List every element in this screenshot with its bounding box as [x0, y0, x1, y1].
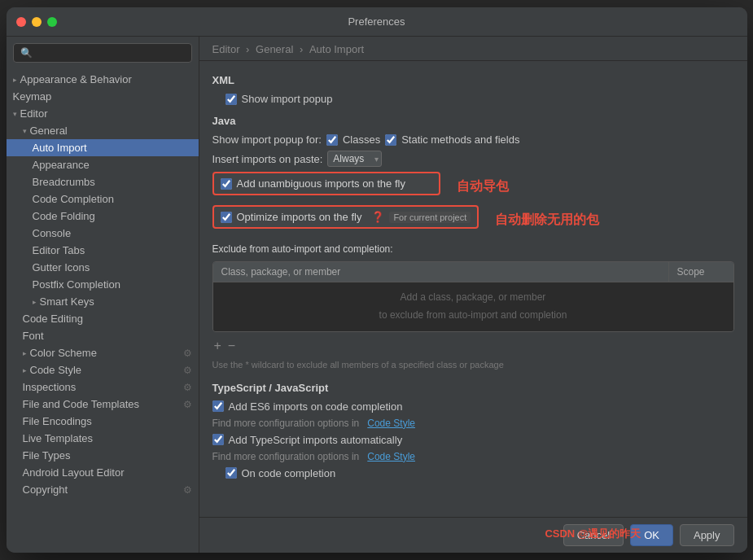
exclude-section: Exclude from auto-import and completion:… — [212, 243, 734, 372]
arrow-icon — [33, 298, 37, 306]
close-button[interactable] — [16, 17, 26, 27]
sidebar-label: Code Editing — [23, 313, 83, 325]
sidebar-item-editor-tabs[interactable]: Editor Tabs — [7, 242, 199, 259]
sidebar-item-appearance-behavior[interactable]: Appearance & Behavior — [7, 71, 199, 88]
help-circle-icon: ❓ — [371, 211, 384, 223]
for-current-project-badge: For current project — [389, 212, 471, 223]
add-unambiguous-checkbox[interactable] — [221, 178, 232, 190]
col-scope: Scope — [668, 262, 733, 282]
sidebar-label: Gutter Icons — [33, 261, 90, 273]
sidebar-label: Auto Import — [33, 142, 87, 154]
sidebar-item-inspections[interactable]: Inspections ⚙ — [7, 378, 199, 396]
arrow-icon — [13, 76, 17, 84]
sidebar-item-code-folding[interactable]: Code Folding — [7, 208, 199, 225]
table-empty-message: Add a class, package, or member to exclu… — [379, 289, 567, 324]
ts-section-title: TypeScript / JavaScript — [212, 382, 734, 394]
ts-find-more-text: Find more configuration options in — [212, 418, 360, 429]
exclude-section-title: Exclude from auto-import and completion: — [212, 243, 734, 255]
ts-es6-checkbox[interactable] — [212, 400, 224, 412]
arrow-icon — [23, 366, 27, 374]
sidebar-item-code-style[interactable]: Code Style ⚙ — [7, 361, 199, 378]
sidebar-label: Appearance & Behavior — [20, 73, 132, 85]
table-actions: + − — [212, 339, 734, 353]
minimize-button[interactable] — [32, 17, 42, 27]
sidebar-item-file-types[interactable]: File Types — [7, 447, 199, 464]
sidebar-item-code-editing[interactable]: Code Editing — [7, 310, 199, 327]
typescript-section: TypeScript / JavaScript Add ES6 imports … — [212, 382, 734, 479]
sidebar-label: Editor Tabs — [33, 244, 85, 256]
static-methods-label: Static methods and fields — [401, 133, 519, 146]
sidebar-item-copyright[interactable]: Copyright ⚙ — [7, 481, 199, 498]
gear-icon: ⚙ — [183, 399, 192, 410]
right-panel: Editor › General › Auto Import XML Show … — [199, 37, 747, 553]
table-body: Add a class, package, or member to exclu… — [213, 282, 733, 331]
sidebar-label: Code Completion — [33, 193, 114, 205]
main-content: 🔍 Appearance & Behavior Keymap Editor Ge… — [7, 37, 747, 553]
optimize-imports-box: Optimize imports on the fly ❓ For curren… — [212, 205, 479, 229]
sidebar-item-postfix-completion[interactable]: Postfix Completion — [7, 276, 199, 293]
xml-show-import-popup-label: Show import popup — [242, 93, 333, 105]
ts-add-ts-checkbox[interactable] — [212, 434, 224, 445]
arrow-icon — [23, 349, 27, 357]
sidebar-label: Breadcrumbs — [33, 176, 95, 188]
insert-imports-label: Insert imports on paste: — [212, 153, 323, 165]
sidebar-item-breadcrumbs[interactable]: Breadcrumbs — [7, 173, 199, 190]
sidebar-item-editor[interactable]: Editor — [7, 105, 199, 122]
classes-label: Classes — [343, 133, 380, 146]
annotation-delete-unused: 自动删除无用的包 — [495, 212, 599, 229]
sidebar-label: Keymap — [13, 90, 52, 103]
remove-entry-button[interactable]: − — [226, 339, 237, 353]
sidebar-item-keymap[interactable]: Keymap — [7, 88, 199, 105]
annotation-auto-import: 自动导包 — [457, 178, 509, 195]
add-entry-button[interactable]: + — [212, 339, 223, 353]
sidebar-item-android-layout-editor[interactable]: Android Layout Editor — [7, 464, 199, 481]
ts-es6-label: Add ES6 imports on code completion — [229, 400, 403, 413]
sidebar-item-code-completion[interactable]: Code Completion — [7, 190, 199, 208]
sidebar-item-smart-keys[interactable]: Smart Keys — [7, 293, 199, 310]
watermark-text: CSDN @遇见的昨天 — [545, 527, 641, 541]
gear-icon: ⚙ — [183, 484, 192, 496]
sidebar-label: Console — [33, 227, 72, 239]
sidebar-item-gutter-icons[interactable]: Gutter Icons — [7, 259, 199, 276]
static-methods-checkbox[interactable] — [385, 134, 396, 146]
add-unambiguous-box: Add unambiguous imports on the fly — [212, 172, 440, 195]
search-box[interactable]: 🔍 — [13, 43, 192, 63]
sidebar-item-general[interactable]: General — [7, 122, 199, 139]
sidebar-label: File Encodings — [23, 415, 92, 427]
arrow-icon — [13, 110, 17, 118]
classes-checkbox[interactable] — [326, 134, 338, 146]
sidebar-item-live-templates[interactable]: Live Templates — [7, 430, 199, 447]
exclude-table: Class, package, or member Scope Add a cl… — [212, 261, 734, 332]
breadcrumb-part-editor: Editor — [212, 43, 240, 55]
ts-code-style-link-2[interactable]: Code Style — [367, 451, 415, 462]
maximize-button[interactable] — [47, 17, 57, 27]
ts-find-more-text-2: Find more configuration options in — [212, 451, 360, 462]
sidebar-label: Code Style — [30, 364, 82, 376]
sidebar-item-console[interactable]: Console — [7, 225, 199, 242]
optimize-imports-checkbox[interactable] — [221, 212, 232, 223]
ts-code-style-link-1[interactable]: Code Style — [367, 418, 415, 429]
sidebar-label: Live Templates — [23, 432, 93, 444]
ts-find-more-row-2: Find more configuration options in Code … — [212, 451, 734, 462]
sidebar-item-font[interactable]: Font — [7, 327, 199, 344]
sidebar-label: Smart Keys — [40, 295, 94, 308]
sidebar-item-auto-import[interactable]: Auto Import — [7, 139, 199, 156]
optimize-imports-label: Optimize imports on the fly — [237, 211, 362, 223]
sidebar-label: General — [30, 125, 68, 137]
xml-show-import-popup-checkbox[interactable] — [225, 94, 237, 105]
ts-on-completion-checkbox[interactable] — [225, 467, 237, 479]
java-section-title: Java — [212, 115, 734, 127]
insert-imports-dropdown[interactable]: Always Ask Never — [327, 151, 382, 167]
show-popup-label: Show import popup for: — [212, 133, 322, 146]
sidebar-label: File Types — [23, 449, 71, 462]
sidebar-tree: Appearance & Behavior Keymap Editor Gene… — [7, 69, 199, 553]
sidebar-label: Color Scheme — [30, 347, 97, 359]
sidebar-item-color-scheme[interactable]: Color Scheme ⚙ — [7, 344, 199, 361]
insert-imports-dropdown-wrap[interactable]: Always Ask Never — [327, 151, 382, 167]
sidebar-label: File and Code Templates — [23, 398, 140, 410]
sidebar-item-file-code-templates[interactable]: File and Code Templates ⚙ — [7, 396, 199, 413]
sidebar-item-appearance[interactable]: Appearance — [7, 156, 199, 173]
sidebar-label: Code Folding — [33, 210, 95, 222]
sidebar-item-file-encodings[interactable]: File Encodings — [7, 413, 199, 430]
apply-button[interactable]: Apply — [680, 524, 734, 546]
